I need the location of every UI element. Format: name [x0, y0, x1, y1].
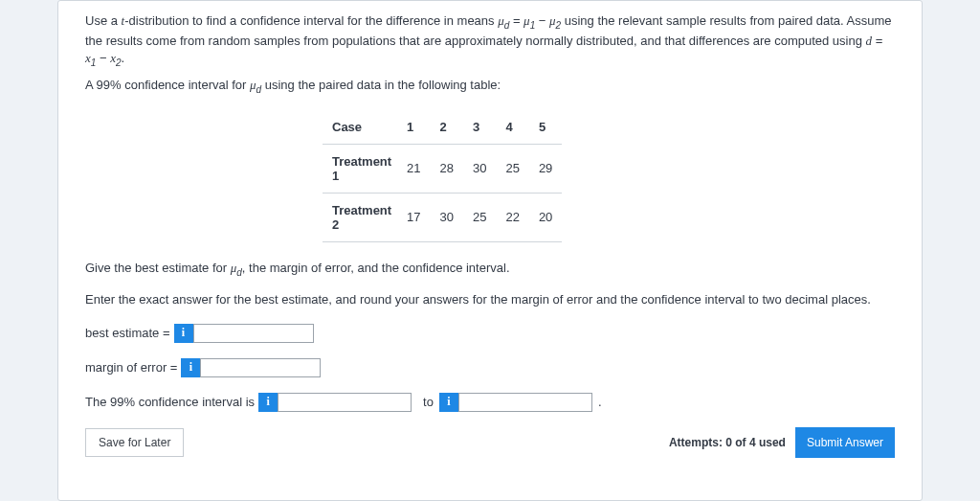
prompt-2: Enter the exact answer for the best esti… — [85, 291, 895, 308]
best-estimate-label: best estimate = — [85, 326, 170, 340]
cell: 28 — [430, 144, 462, 193]
text: = — [872, 34, 882, 48]
text: . — [122, 51, 125, 65]
cell: 20 — [529, 193, 562, 241]
col-1: 1 — [397, 110, 430, 145]
ci-to-text: to — [423, 395, 434, 409]
ci-row: The 99% confidence interval is i to i . — [85, 393, 895, 412]
footer-row: Save for Later Attempts: 0 of 4 used Sub… — [85, 427, 895, 458]
cell: 30 — [463, 144, 496, 193]
intro-paragraph-2: A 99% confidence interval for μd using t… — [85, 77, 895, 97]
info-icon[interactable]: i — [181, 358, 200, 377]
ci-low-input[interactable] — [278, 393, 412, 412]
text: Use a — [85, 13, 122, 28]
attempts-text: Attempts: 0 of 4 used — [669, 436, 786, 449]
intro-paragraph-1: Use a t-distribution to find a confidenc… — [85, 12, 895, 69]
margin-error-input[interactable] — [200, 358, 321, 377]
text: = — [509, 13, 523, 28]
info-icon[interactable]: i — [174, 324, 193, 343]
info-icon[interactable]: i — [258, 393, 278, 412]
text: A 99% confidence interval for — [85, 78, 250, 92]
save-for-later-button[interactable]: Save for Later — [85, 428, 184, 457]
cell: 29 — [529, 144, 562, 193]
text: − — [96, 51, 110, 65]
cell: 22 — [496, 193, 528, 241]
best-estimate-input[interactable] — [193, 324, 314, 343]
cell: 30 — [430, 193, 462, 241]
cell: 25 — [496, 144, 528, 193]
footer-right: Attempts: 0 of 4 used Submit Answer — [669, 427, 895, 458]
text: , the margin of error, and the confidenc… — [242, 261, 510, 275]
table-row: Treatment 2 17 30 25 22 20 — [323, 193, 562, 241]
col-case: Case — [323, 110, 397, 145]
col-5: 5 — [529, 110, 562, 145]
table-row: Treatment 1 21 28 30 25 29 — [323, 144, 562, 193]
text: using the paired data in the following t… — [261, 78, 501, 92]
col-3: 3 — [463, 110, 496, 145]
data-table: Case 1 2 3 4 5 Treatment 1 21 28 30 25 2… — [323, 110, 562, 242]
cell: 21 — [397, 144, 430, 193]
cell: 17 — [397, 193, 430, 241]
text: − — [535, 13, 549, 28]
best-estimate-row: best estimate = i — [85, 324, 895, 343]
margin-error-label: margin of error = — [85, 360, 177, 375]
ci-period: . — [598, 395, 602, 409]
data-table-wrap: Case 1 2 3 4 5 Treatment 1 21 28 30 25 2… — [323, 110, 895, 242]
table-header-row: Case 1 2 3 4 5 — [323, 110, 562, 145]
margin-error-row: margin of error = i — [85, 358, 895, 377]
col-2: 2 — [430, 110, 462, 145]
question-panel: Use a t-distribution to find a confidenc… — [57, 0, 923, 501]
ci-high-input[interactable] — [458, 393, 592, 412]
ci-label: The 99% confidence interval is — [85, 395, 255, 409]
info-icon[interactable]: i — [439, 393, 458, 412]
text: Give the best estimate for — [85, 261, 231, 275]
text: -distribution to find a confidence inter… — [124, 13, 498, 28]
row-label: Treatment 2 — [323, 193, 397, 241]
submit-answer-button[interactable]: Submit Answer — [795, 427, 895, 458]
intro-text: Use a t-distribution to find a confidenc… — [85, 12, 895, 97]
prompt-1: Give the best estimate for μd, the margi… — [85, 260, 895, 280]
cell: 25 — [463, 193, 496, 241]
prompt-text: Give the best estimate for μd, the margi… — [85, 260, 895, 308]
col-4: 4 — [496, 110, 528, 145]
row-label: Treatment 1 — [323, 144, 397, 193]
